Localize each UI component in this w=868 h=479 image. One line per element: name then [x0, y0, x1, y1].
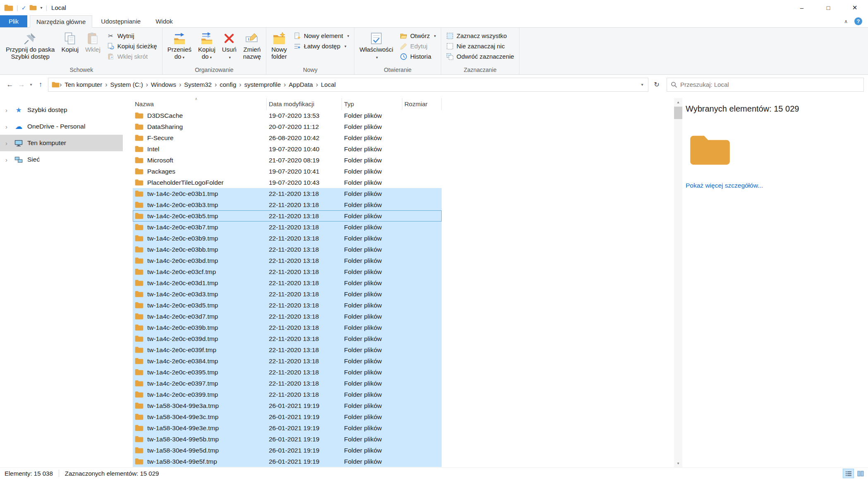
chevron-right-icon[interactable]: ›: [5, 156, 14, 163]
file-row[interactable]: Microsoft 21-07-2020 08:19 Folder plików: [133, 155, 442, 166]
file-row[interactable]: tw-1a4c-2e0c-e03b1.tmp 22-11-2020 13:18 …: [133, 188, 442, 199]
sidebar-item-network[interactable]: › Sieć: [0, 151, 123, 168]
easy-access-button[interactable]: Łatwy dostęp ▾: [290, 41, 353, 51]
file-row[interactable]: tw-1a4c-2e0c-e03bb.tmp 22-11-2020 13:18 …: [133, 244, 442, 255]
file-row[interactable]: tw-1a4c-2e0c-e03bd.tmp 22-11-2020 13:18 …: [133, 255, 442, 266]
breadcrumb-item[interactable]: Windows: [148, 81, 179, 88]
file-row[interactable]: tw-1a4c-2e0c-e03b3.tmp 22-11-2020 13:18 …: [133, 199, 442, 210]
sort-ascending-icon[interactable]: ∧: [195, 97, 198, 101]
chevron-right-icon[interactable]: ›: [5, 123, 14, 130]
file-row[interactable]: tw-1a4c-2e0c-e0395.tmp 22-11-2020 13:18 …: [133, 367, 442, 378]
qat-new-folder-icon[interactable]: [29, 5, 37, 11]
open-button[interactable]: Otwórz ▾: [397, 31, 439, 41]
sidebar-item-this-pc[interactable]: › Ten komputer: [0, 135, 123, 151]
tab-file[interactable]: Plik: [0, 15, 27, 27]
edit-button[interactable]: Edytuj: [397, 41, 439, 51]
breadcrumb-item[interactable]: Ten komputer: [62, 81, 105, 88]
details-view-button[interactable]: [843, 469, 854, 478]
paste-button[interactable]: Wklej: [82, 29, 104, 53]
move-to-button[interactable]: Przenieśdo▾: [164, 29, 195, 61]
qat-customize-icon[interactable]: ▾: [40, 5, 42, 10]
chevron-right-icon[interactable]: ›: [5, 107, 14, 114]
file-row[interactable]: tw-1a58-30e4-99e5f.tmp 26-01-2021 19:19 …: [133, 456, 442, 467]
collapse-ribbon-icon[interactable]: ∧: [844, 19, 848, 24]
file-row[interactable]: tw-1a4c-2e0c-e03d1.tmp 22-11-2020 13:18 …: [133, 277, 442, 288]
sidebar-item-onedrive[interactable]: › ☁ OneDrive - Personal: [0, 118, 123, 135]
file-row[interactable]: tw-1a4c-2e0c-e039b.tmp 22-11-2020 13:18 …: [133, 322, 442, 333]
forward-button[interactable]: →: [16, 79, 27, 91]
select-none-button[interactable]: Nie zaznaczaj nic: [443, 41, 517, 51]
file-row[interactable]: tw-1a4c-2e0c-e039d.tmp 22-11-2020 13:18 …: [133, 333, 442, 344]
file-row[interactable]: tw-1a58-30e4-99e3e.tmp 26-01-2021 19:19 …: [133, 422, 442, 434]
paste-shortcut-button[interactable]: Wklej skrót: [104, 51, 160, 62]
help-icon[interactable]: ?: [854, 17, 862, 25]
search-box[interactable]: [667, 78, 864, 92]
back-button[interactable]: ←: [4, 79, 16, 91]
tab-home[interactable]: Narzędzia główne: [30, 15, 92, 28]
cut-button[interactable]: ✂ Wytnij: [104, 31, 160, 41]
file-row[interactable]: tw-1a4c-2e0c-e03b7.tmp 22-11-2020 13:18 …: [133, 222, 442, 233]
copy-path-button[interactable]: Kopiuj ścieżkę: [104, 41, 160, 51]
scroll-up-icon[interactable]: ▲: [674, 98, 682, 106]
breadcrumb-item[interactable]: Local: [318, 81, 339, 88]
file-row[interactable]: Packages 19-07-2020 10:41 Folder plików: [133, 166, 442, 177]
delete-button[interactable]: Usuń▾: [219, 29, 240, 61]
new-folder-button[interactable]: Nowyfolder: [268, 29, 290, 60]
file-row[interactable]: PlaceholderTileLogoFolder 19-07-2020 10:…: [133, 177, 442, 188]
breadcrumb-item[interactable]: systemprofile: [242, 81, 284, 88]
qat-properties-icon[interactable]: ✓: [22, 5, 26, 11]
file-row[interactable]: tw-1a4c-2e0c-e03b5.tmp 22-11-2020 13:18 …: [133, 210, 442, 222]
column-header-name[interactable]: Nazwa: [133, 98, 267, 110]
close-button[interactable]: ×: [842, 0, 868, 15]
file-row[interactable]: tw-1a4c-2e0c-e039f.tmp 22-11-2020 13:18 …: [133, 344, 442, 355]
file-row[interactable]: tw-1a58-30e4-99e5d.tmp 26-01-2021 19:19 …: [133, 445, 442, 456]
thumbnails-view-button[interactable]: [855, 469, 866, 478]
pin-to-quick-access-button[interactable]: Przypnij do paskaSzybki dostęp: [2, 29, 58, 60]
up-button[interactable]: ↑: [35, 79, 46, 91]
file-row[interactable]: tw-1a58-30e4-99e3c.tmp 26-01-2021 19:19 …: [133, 411, 442, 422]
address-box[interactable]: ›Ten komputer›System (C:)›Windows›System…: [48, 78, 648, 92]
tab-share[interactable]: Udostępnianie: [95, 15, 147, 27]
copy-to-button[interactable]: Kopiujdo▾: [195, 29, 219, 61]
history-button[interactable]: Historia: [397, 51, 439, 62]
breadcrumb-item[interactable]: System (C:): [108, 81, 146, 88]
column-header-size[interactable]: Rozmiar: [402, 98, 442, 110]
copy-button[interactable]: Kopiuj: [58, 29, 82, 53]
file-row[interactable]: tw-1a4c-2e0c-e0399.tmp 22-11-2020 13:18 …: [133, 389, 442, 400]
properties-button[interactable]: Właściwości▾: [356, 29, 397, 61]
scrollbar-thumb[interactable]: [674, 107, 682, 119]
address-dropdown-icon[interactable]: ▾: [637, 82, 647, 87]
file-row[interactable]: Intel 19-07-2020 10:40 Folder plików: [133, 143, 442, 155]
chevron-right-icon[interactable]: ›: [5, 140, 14, 147]
breadcrumb-item[interactable]: AppData: [286, 81, 316, 88]
file-row[interactable]: tw-1a4c-2e0c-e0397.tmp 22-11-2020 13:18 …: [133, 378, 442, 389]
maximize-button[interactable]: □: [815, 0, 842, 15]
refresh-button[interactable]: ↻: [651, 79, 662, 91]
column-header-modified[interactable]: Data modyfikacji: [267, 98, 342, 110]
file-row[interactable]: tw-1a58-30e4-99e3a.tmp 26-01-2021 19:19 …: [133, 400, 442, 411]
rename-button[interactable]: Zmieńnazwę: [240, 29, 264, 60]
tab-view[interactable]: Widok: [149, 15, 179, 27]
invert-selection-button[interactable]: Odwróć zaznaczenie: [443, 51, 517, 62]
file-row[interactable]: tw-1a4c-2e0c-e03cf.tmp 22-11-2020 13:18 …: [133, 266, 442, 277]
sidebar-item-quick-access[interactable]: › ★ Szybki dostęp: [0, 102, 123, 118]
file-row[interactable]: tw-1a4c-2e0c-e03b9.tmp 22-11-2020 13:18 …: [133, 233, 442, 244]
search-input[interactable]: [680, 81, 860, 88]
new-item-button[interactable]: Nowy element ▾: [290, 31, 353, 41]
file-row[interactable]: F-Secure 26-08-2020 10:42 Folder plików: [133, 132, 442, 143]
breadcrumb-item[interactable]: System32: [181, 81, 215, 88]
scroll-down-icon[interactable]: ▼: [674, 459, 682, 467]
column-header-type[interactable]: Typ: [342, 98, 402, 110]
file-row[interactable]: DataSharing 20-07-2020 11:12 Folder plik…: [133, 121, 442, 132]
file-row[interactable]: tw-1a4c-2e0c-e03d7.tmp 22-11-2020 13:18 …: [133, 311, 442, 322]
minimize-button[interactable]: –: [789, 0, 815, 15]
more-details-link[interactable]: Pokaż więcej szczegółów...: [686, 182, 763, 189]
vertical-scrollbar[interactable]: ▲ ▼: [674, 98, 682, 467]
file-row[interactable]: tw-1a4c-2e0c-e03d5.tmp 22-11-2020 13:18 …: [133, 300, 442, 311]
breadcrumb-item[interactable]: config: [217, 81, 239, 88]
recent-locations-button[interactable]: ▾: [27, 79, 35, 91]
file-row[interactable]: tw-1a58-30e4-99e5b.tmp 26-01-2021 19:19 …: [133, 434, 442, 445]
file-row[interactable]: tw-1a4c-2e0c-e03d3.tmp 22-11-2020 13:18 …: [133, 288, 442, 300]
file-row[interactable]: D3DSCache 19-07-2020 13:53 Folder plików: [133, 110, 442, 121]
select-all-button[interactable]: Zaznacz wszystko: [443, 31, 517, 41]
